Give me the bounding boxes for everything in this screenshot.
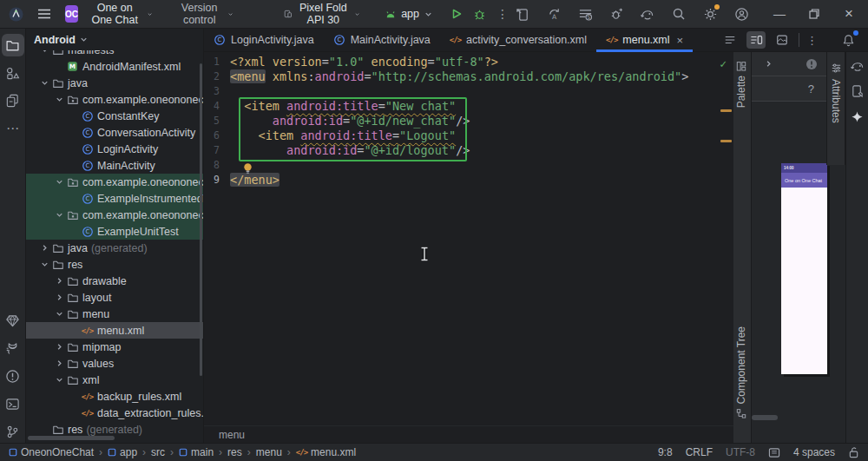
- maximize-button[interactable]: [804, 9, 825, 19]
- running-devices-tool-button[interactable]: [851, 84, 865, 98]
- code-line[interactable]: 3: [204, 84, 733, 99]
- commit-tool-button[interactable]: [2, 89, 24, 112]
- attributes-tab[interactable]: Attributes: [830, 79, 842, 123]
- version-control-tool-button[interactable]: [2, 420, 24, 443]
- caret-position-widget[interactable]: 9:8: [658, 446, 673, 458]
- line-ending-widget[interactable]: CRLF: [686, 446, 713, 458]
- logcat-button[interactable]: [2, 337, 24, 359]
- breadcrumb-item[interactable]: res: [227, 446, 242, 458]
- close-window-button[interactable]: ×: [838, 5, 859, 23]
- editor-options-button[interactable]: ⋮: [806, 34, 818, 47]
- code-line[interactable]: 7 android:id="@+id/logout"/>: [204, 143, 733, 158]
- tree-item[interactable]: CMainActivity: [26, 157, 203, 174]
- device-selector[interactable]: Pixel Fold API 30: [279, 3, 365, 24]
- component-tree-tab[interactable]: Component Tree: [735, 326, 747, 418]
- design-view-button[interactable]: [773, 31, 792, 49]
- code-editor[interactable]: 1<?xml version="1.0" encoding="utf-8"?>2…: [204, 52, 733, 425]
- more-tool-windows-button[interactable]: ⋯: [2, 117, 24, 140]
- tree-item[interactable]: CLoginActivity: [26, 141, 203, 157]
- tree-item[interactable]: MAndroidManifest.xml: [26, 58, 203, 75]
- layout-preview[interactable]: 14:00 One on One Chat: [781, 163, 827, 374]
- tree-item[interactable]: manifests: [26, 50, 203, 58]
- build-variants-button[interactable]: 5: [576, 5, 594, 23]
- sync-button[interactable]: A: [545, 5, 562, 23]
- breadcrumb-item[interactable]: main: [179, 446, 214, 458]
- tree-item[interactable]: CConversationActivity: [26, 124, 203, 141]
- search-everywhere-button[interactable]: [670, 5, 687, 23]
- tree-item[interactable]: CExampleInstrumentedTest: [26, 190, 203, 207]
- chevron-right-icon[interactable]: [53, 293, 65, 303]
- breadcrumb-tag[interactable]: menu: [219, 429, 245, 441]
- minimize-button[interactable]: —: [769, 7, 790, 21]
- close-tab-icon[interactable]: ×: [677, 34, 684, 47]
- chevron-right-icon[interactable]: [38, 243, 50, 254]
- tree-item[interactable]: layout: [26, 289, 203, 306]
- chevron-right-icon[interactable]: [53, 359, 65, 369]
- intention-bulb-icon[interactable]: [242, 162, 253, 175]
- encoding-widget[interactable]: UTF-8: [726, 446, 755, 458]
- palette-tab[interactable]: Palette: [735, 61, 747, 108]
- chevron-down-icon[interactable]: [53, 309, 65, 319]
- project-tool-button[interactable]: [2, 34, 24, 56]
- breadcrumb-item[interactable]: app: [108, 446, 137, 458]
- code-line[interactable]: 4 <item android:title="New chat": [204, 99, 733, 114]
- run-config-selector[interactable]: app: [379, 3, 438, 24]
- breadcrumb-item[interactable]: menu: [256, 446, 282, 458]
- issue-panel-icon[interactable]: [806, 58, 818, 70]
- vcs-widget[interactable]: Version control: [171, 3, 239, 24]
- help-icon[interactable]: ?: [808, 82, 814, 95]
- problems-button[interactable]: [2, 365, 24, 387]
- tree-item[interactable]: java: [26, 75, 203, 91]
- account-button[interactable]: [733, 5, 750, 23]
- tree-horizontal-scrollbar[interactable]: [28, 436, 115, 440]
- tree-item[interactable]: </>menu.xml: [26, 322, 203, 339]
- resource-manager-tool-button[interactable]: [2, 62, 24, 84]
- notifications-button[interactable]: [838, 31, 858, 49]
- tree-item[interactable]: values: [26, 355, 203, 372]
- project-selector[interactable]: One on One Chat: [82, 3, 159, 24]
- tree-item[interactable]: java (generated): [26, 240, 203, 256]
- gradle-sync-button[interactable]: [639, 5, 656, 23]
- code-line[interactable]: 6 <item android:title="Logout": [204, 128, 733, 143]
- breadcrumb-item[interactable]: </>menu.xml: [296, 446, 356, 458]
- run-button[interactable]: [445, 3, 468, 24]
- indent-widget[interactable]: 4 spaces: [793, 446, 835, 458]
- chevron-down-icon[interactable]: [53, 95, 65, 105]
- profiler-button[interactable]: [608, 5, 625, 23]
- code-line[interactable]: 1<?xml version="1.0" encoding="utf-8"?>: [204, 55, 733, 69]
- settings-button[interactable]: [701, 5, 719, 23]
- breadcrumb-item[interactable]: src: [151, 446, 165, 458]
- tree-item[interactable]: </>backup_rules.xml: [26, 388, 203, 405]
- lock-icon[interactable]: [848, 446, 859, 458]
- more-run-actions-button[interactable]: ⋮: [491, 3, 514, 24]
- main-menu-button[interactable]: [32, 3, 56, 24]
- terminal-button[interactable]: [2, 392, 24, 415]
- tree-item[interactable]: </>data_extraction_rules.xml: [26, 405, 203, 421]
- chevron-down-icon[interactable]: [53, 210, 65, 221]
- expand-chevron-icon[interactable]: [764, 59, 773, 69]
- project-view-selector[interactable]: Android: [26, 29, 203, 50]
- breadcrumb-item[interactable]: OneonOneChat: [9, 446, 94, 458]
- chevron-down-icon[interactable]: [38, 78, 50, 89]
- chevron-down-icon[interactable]: [53, 375, 65, 385]
- tree-item[interactable]: com.example.oneononechat: [26, 174, 203, 190]
- code-line[interactable]: 8: [204, 158, 733, 173]
- warning-stripe-mark[interactable]: [720, 140, 732, 142]
- split-view-button[interactable]: [746, 31, 766, 49]
- chevron-right-icon[interactable]: [53, 342, 65, 352]
- tab-activity-conversation[interactable]: </> activity_conversation.xml: [440, 29, 596, 51]
- tab-loginactivity[interactable]: C LoginActivity.java: [204, 29, 324, 51]
- warning-stripe-mark[interactable]: [720, 109, 732, 112]
- chevron-right-icon[interactable]: [53, 276, 65, 286]
- code-line[interactable]: 2<menu xmlns:android="http://schemas.and…: [204, 69, 733, 84]
- code-line[interactable]: 5 android:id="@+id/new_chat"/>: [204, 114, 733, 128]
- tab-mainactivity[interactable]: C MainActivity.java: [324, 29, 440, 51]
- chevron-down-icon[interactable]: [53, 177, 65, 188]
- device-manager-button[interactable]: [514, 5, 531, 23]
- tree-item[interactable]: xml: [26, 372, 203, 388]
- tree-item[interactable]: mipmap: [26, 339, 203, 355]
- gradle-tool-button[interactable]: [850, 59, 865, 72]
- chevron-down-icon[interactable]: [38, 260, 50, 270]
- design-horizontal-scrollbar[interactable]: [752, 415, 778, 420]
- debug-button[interactable]: [468, 3, 491, 24]
